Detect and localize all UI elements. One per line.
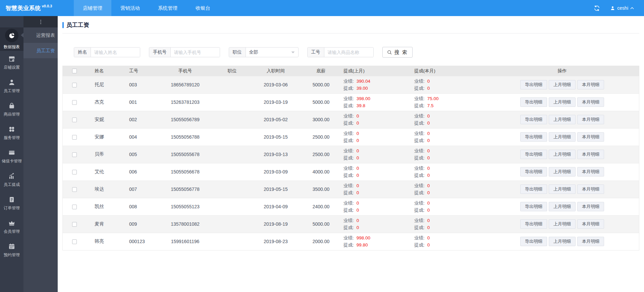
performance-value: 0 — [427, 217, 430, 224]
row-checkbox[interactable] — [72, 152, 77, 157]
row-checkbox[interactable] — [72, 170, 77, 174]
last-month-detail-button[interactable]: 上月明细 — [549, 132, 576, 142]
commission-value: 0 — [357, 172, 359, 179]
cell-position — [215, 233, 249, 250]
commission-label: 提成: — [343, 224, 354, 231]
export-detail-button[interactable]: 导出明细 — [520, 202, 547, 211]
commission-value: 0 — [357, 137, 359, 144]
sidebar-item[interactable]: 预约管理 — [0, 238, 23, 262]
export-detail-button[interactable]: 导出明细 — [520, 97, 547, 107]
user-menu[interactable]: ceshi — [610, 5, 634, 11]
submenu-item[interactable]: 员工工资 — [23, 43, 58, 58]
cell-commission-this-month: 业绩:0提成:0 — [412, 180, 485, 198]
search-field-label: 手机号 — [149, 48, 171, 57]
row-checkbox[interactable] — [72, 83, 77, 87]
cell-select — [63, 76, 86, 93]
storefront-icon — [8, 55, 15, 63]
sidebar-item[interactable]: 服务管理 — [0, 121, 23, 145]
export-detail-button[interactable]: 导出明细 — [520, 237, 547, 246]
last-month-detail-button[interactable]: 上月明细 — [549, 167, 576, 176]
search-button[interactable]: 搜 索 — [382, 47, 413, 58]
cell-join-date: 2019-05-15 — [249, 180, 303, 198]
sidebar-collapse-handle[interactable] — [23, 16, 58, 27]
last-month-detail-button[interactable]: 上月明细 — [549, 185, 576, 194]
row-checkbox[interactable] — [72, 239, 77, 244]
table-row: 安娜004150550567882019-05-152500.00业绩:0提成:… — [63, 128, 639, 146]
select-all-checkbox[interactable] — [72, 69, 77, 73]
performance-label: 业绩: — [343, 147, 354, 154]
name-input[interactable] — [91, 48, 140, 57]
commission-line: 业绩:0 — [343, 130, 412, 137]
cell-name: 贝蒂 — [86, 146, 120, 163]
nav-item[interactable]: 店铺管理 — [74, 0, 111, 16]
last-month-detail-button[interactable]: 上月明细 — [549, 80, 576, 89]
commission-value: 0 — [357, 154, 359, 161]
chevron-up-icon — [630, 7, 634, 9]
this-month-detail-button[interactable]: 本月明细 — [577, 237, 604, 246]
commission-chart-icon — [8, 172, 15, 180]
this-month-detail-button[interactable]: 本月明细 — [577, 185, 604, 194]
refresh-icon[interactable] — [594, 5, 600, 11]
table-row: 杰克001152637812032019-03-195000.00业绩:398.… — [63, 93, 639, 111]
nav-item[interactable]: 营销活动 — [111, 0, 149, 16]
export-detail-button[interactable]: 导出明细 — [520, 185, 547, 194]
export-detail-button[interactable]: 导出明细 — [520, 132, 547, 142]
sidebar-item[interactable]: 店铺设置 — [0, 51, 23, 74]
row-checkbox[interactable] — [72, 135, 77, 140]
column-header: 操作 — [485, 66, 639, 76]
this-month-detail-button[interactable]: 本月明细 — [577, 80, 604, 89]
export-detail-button[interactable]: 导出明细 — [520, 167, 547, 176]
commission-line: 业绩:0 — [414, 165, 485, 172]
row-checkbox[interactable] — [72, 222, 77, 227]
sidebar-item[interactable]: 员工提成 — [0, 168, 23, 192]
this-month-detail-button[interactable]: 本月明细 — [577, 202, 604, 211]
cell-commission-this-month: 业绩:0提成:0 — [412, 233, 485, 250]
sidebar-item[interactable]: 订单管理 — [0, 192, 23, 215]
this-month-detail-button[interactable]: 本月明细 — [577, 115, 604, 124]
row-checkbox[interactable] — [72, 205, 77, 209]
last-month-detail-button[interactable]: 上月明细 — [549, 115, 576, 124]
phone-input[interactable] — [171, 48, 220, 57]
last-month-detail-button[interactable]: 上月明细 — [549, 97, 576, 107]
this-month-detail-button[interactable]: 本月明细 — [577, 132, 604, 142]
cell-actions: 导出明细上月明细本月明细 — [485, 215, 639, 233]
commission-line: 提成:0 — [343, 137, 412, 144]
nav-item[interactable]: 系统管理 — [149, 0, 186, 16]
main-sidebar: 数据报表店铺设置员工管理商品管理服务管理储值卡管理员工提成订单管理会员管理预约管… — [0, 16, 23, 292]
export-detail-button[interactable]: 导出明细 — [520, 115, 547, 124]
nav-item[interactable]: 收银台 — [186, 0, 219, 16]
sidebar-item[interactable]: 数据报表 — [0, 27, 23, 51]
performance-value: 0 — [427, 165, 430, 172]
row-checkbox[interactable] — [72, 118, 77, 122]
cell-code: 001 — [120, 93, 155, 111]
export-detail-button[interactable]: 导出明细 — [520, 150, 547, 159]
cell-name: 麦肯 — [86, 215, 120, 233]
last-month-detail-button[interactable]: 上月明细 — [549, 150, 576, 159]
this-month-detail-button[interactable]: 本月明细 — [577, 97, 604, 107]
cell-commission-this-month: 业绩:0提成:0 — [412, 198, 485, 215]
sidebar-item[interactable]: 储值卡管理 — [0, 145, 23, 168]
column-header: 底薪 — [303, 66, 339, 76]
position-select[interactable]: 全部 — [246, 48, 298, 57]
sidebar-item[interactable]: 会员管理 — [0, 215, 23, 238]
last-month-detail-button[interactable]: 上月明细 — [549, 202, 576, 211]
performance-value: 0 — [357, 182, 359, 189]
performance-label: 业绩: — [343, 234, 354, 241]
sidebar-item[interactable]: 员工管理 — [0, 74, 23, 98]
row-checkbox[interactable] — [72, 100, 77, 105]
this-month-detail-button[interactable]: 本月明细 — [577, 150, 604, 159]
employee-code-input[interactable] — [324, 48, 373, 57]
last-month-detail-button[interactable]: 上月明细 — [549, 237, 576, 246]
sidebar-item[interactable]: 商品管理 — [0, 98, 23, 121]
export-detail-button[interactable]: 导出明细 — [520, 219, 547, 229]
row-checkbox[interactable] — [72, 187, 77, 192]
performance-label: 业绩: — [414, 217, 425, 224]
this-month-detail-button[interactable]: 本月明细 — [577, 219, 604, 229]
last-month-detail-button[interactable]: 上月明细 — [549, 219, 576, 229]
cell-code: 003 — [120, 76, 155, 93]
this-month-detail-button[interactable]: 本月明细 — [577, 167, 604, 176]
submenu-item[interactable]: 运营报表 — [23, 27, 58, 43]
commission-line: 业绩:0 — [343, 182, 412, 189]
export-detail-button[interactable]: 导出明细 — [520, 80, 547, 89]
sidebar-item-label: 预约管理 — [4, 252, 20, 258]
